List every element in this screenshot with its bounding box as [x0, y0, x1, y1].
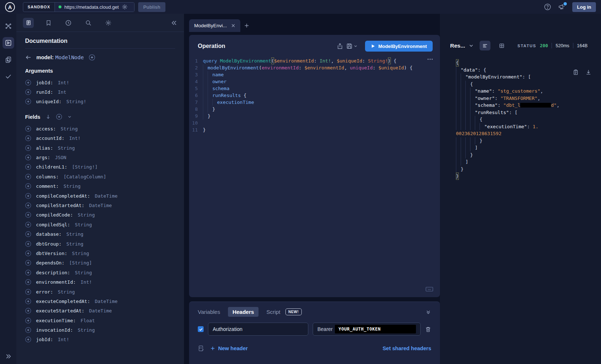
field-item[interactable]: access:String: [25, 124, 175, 133]
add-to-query-circle-plus-icon[interactable]: [25, 327, 31, 333]
field-item[interactable]: description:String: [25, 268, 175, 277]
add-to-query-circle-plus-icon[interactable]: [25, 183, 31, 189]
publish-button[interactable]: Publish: [138, 2, 165, 12]
bookmark-icon[interactable]: [43, 18, 54, 28]
environment-variables-icon[interactable]: [198, 345, 204, 352]
close-tab-icon[interactable]: [231, 24, 235, 28]
add-to-query-circle-plus-icon[interactable]: [25, 298, 31, 304]
add-field-circle-plus-icon[interactable]: [89, 54, 95, 61]
documentation-tab-icon[interactable]: [23, 18, 34, 28]
share-operation-icon[interactable]: [337, 43, 343, 49]
new-header-button[interactable]: New header: [210, 345, 248, 351]
sort-fields-icon[interactable]: [45, 114, 51, 120]
apollo-logo[interactable]: A: [5, 2, 15, 12]
field-item[interactable]: jobId:Int!: [25, 335, 175, 344]
add-to-query-circle-plus-icon[interactable]: [25, 89, 31, 95]
download-response-icon[interactable]: [585, 69, 592, 75]
add-to-query-circle-plus-icon[interactable]: [25, 318, 31, 324]
tab-variables[interactable]: Variables: [198, 307, 220, 317]
field-item[interactable]: childrenL1:[String!]: [25, 162, 175, 172]
tab-script[interactable]: Script: [267, 307, 280, 317]
response-dropdown-chevron-icon[interactable]: [469, 43, 474, 48]
breadcrumb-type-link[interactable]: ModelNode: [55, 54, 84, 60]
add-to-query-circle-plus-icon[interactable]: [25, 174, 31, 180]
copy-response-clipboard-icon[interactable]: [573, 69, 579, 75]
field-item[interactable]: args:JSON: [25, 153, 175, 162]
header-value-input[interactable]: Bearer YOUR_AUTH_TOKEN: [313, 323, 421, 336]
login-button[interactable]: Log in: [572, 2, 596, 12]
add-to-query-circle-plus-icon[interactable]: [25, 270, 31, 276]
argument-item[interactable]: jobId:Int!: [25, 78, 175, 87]
add-to-query-circle-plus-icon[interactable]: [25, 308, 31, 314]
field-item[interactable]: dbtGroup:String: [25, 239, 175, 248]
add-all-fields-icon[interactable]: [56, 114, 62, 120]
tab-headers[interactable]: Headers: [228, 307, 258, 317]
add-to-query-circle-plus-icon[interactable]: [25, 126, 31, 132]
add-to-query-circle-plus-icon[interactable]: [25, 222, 31, 228]
table-view-toggle-icon[interactable]: [496, 41, 507, 50]
add-to-query-circle-plus-icon[interactable]: [25, 231, 31, 237]
help-icon[interactable]: [544, 3, 551, 11]
add-to-query-circle-plus-icon[interactable]: [25, 193, 31, 199]
field-item[interactable]: invocationId:String: [25, 325, 175, 335]
delete-header-trash-icon[interactable]: [425, 326, 431, 332]
add-to-query-circle-plus-icon[interactable]: [25, 212, 31, 218]
back-arrow-icon[interactable]: [25, 54, 32, 61]
keyboard-shortcuts-icon[interactable]: [425, 286, 433, 292]
endpoint-settings-gear-icon[interactable]: [122, 4, 128, 10]
add-to-query-circle-plus-icon[interactable]: [25, 202, 31, 209]
header-enabled-checkbox[interactable]: [198, 326, 204, 332]
add-to-query-circle-plus-icon[interactable]: [25, 164, 31, 170]
operation-collections-icon[interactable]: [3, 54, 14, 65]
editor-overflow-menu-icon[interactable]: [427, 56, 433, 62]
add-to-query-circle-plus-icon[interactable]: [25, 80, 31, 86]
field-item[interactable]: compileStartedAt:DateTime: [25, 201, 175, 210]
field-item[interactable]: compiledSql:String: [25, 220, 175, 229]
field-item[interactable]: executeCompletedAt:DateTime: [25, 296, 175, 306]
field-item[interactable]: compileCompletedAt:DateTime: [25, 191, 175, 201]
fields-options-chevron-icon[interactable]: [67, 114, 72, 119]
checks-icon[interactable]: [3, 70, 14, 82]
field-item[interactable]: dbtVersion:String: [25, 248, 175, 258]
add-to-query-circle-plus-icon[interactable]: [25, 260, 31, 266]
field-item[interactable]: executeStartedAt:DateTime: [25, 306, 175, 316]
json-view-toggle-icon[interactable]: [480, 41, 490, 50]
add-to-query-circle-plus-icon[interactable]: [25, 336, 31, 343]
field-item[interactable]: alias:String: [25, 143, 175, 153]
field-item[interactable]: dependsOn:[String]: [25, 258, 175, 268]
explorer-settings-gear-icon[interactable]: [103, 18, 114, 28]
operation-editor[interactable]: 1query ModelByEnvironment($environmentId…: [189, 54, 440, 297]
argument-item[interactable]: runId:Int: [25, 87, 175, 97]
add-to-query-circle-plus-icon[interactable]: [25, 250, 31, 256]
response-json-viewer[interactable]: {"data": {"modelByEnvironment": [{"name"…: [456, 59, 601, 180]
field-item[interactable]: error:String: [25, 287, 175, 296]
set-shared-headers-button[interactable]: Set shared headers: [382, 345, 431, 351]
field-item[interactable]: environmentId:Int!: [25, 277, 175, 287]
new-tab-plus-icon[interactable]: [240, 19, 253, 32]
endpoint-url-input[interactable]: https://metadata.cloud.get: [55, 3, 134, 12]
add-to-query-circle-plus-icon[interactable]: [25, 154, 31, 161]
add-to-query-circle-plus-icon[interactable]: [25, 98, 31, 105]
collapse-panel-double-chevron-icon[interactable]: [425, 309, 431, 315]
add-to-query-circle-plus-icon[interactable]: [25, 289, 31, 295]
collapse-sidebar-icon[interactable]: [171, 20, 177, 26]
field-item[interactable]: accountId:Int!: [25, 134, 175, 143]
search-icon[interactable]: [83, 18, 94, 28]
history-icon[interactable]: [63, 18, 74, 28]
add-to-query-circle-plus-icon[interactable]: [25, 135, 31, 141]
field-item[interactable]: executionTime:Float: [25, 316, 175, 325]
expand-rail-icon[interactable]: [5, 353, 12, 360]
field-item[interactable]: compiledCode:String: [25, 210, 175, 220]
graph-icon[interactable]: [3, 20, 14, 32]
explorer-icon[interactable]: [3, 37, 14, 49]
run-operation-button[interactable]: ModelByEnvironment: [365, 41, 433, 52]
field-item[interactable]: comment:String: [25, 182, 175, 191]
field-item[interactable]: columns:[CatalogColumn]: [25, 172, 175, 181]
add-to-query-circle-plus-icon[interactable]: [25, 241, 31, 247]
argument-item[interactable]: uniqueId:String!: [25, 97, 175, 106]
add-to-query-circle-plus-icon[interactable]: [25, 145, 31, 151]
save-operation-icon[interactable]: [346, 43, 353, 49]
save-options-chevron-icon[interactable]: [353, 44, 358, 48]
add-to-query-circle-plus-icon[interactable]: [25, 279, 31, 285]
operation-tab[interactable]: ModelByEnvi...: [189, 19, 240, 32]
